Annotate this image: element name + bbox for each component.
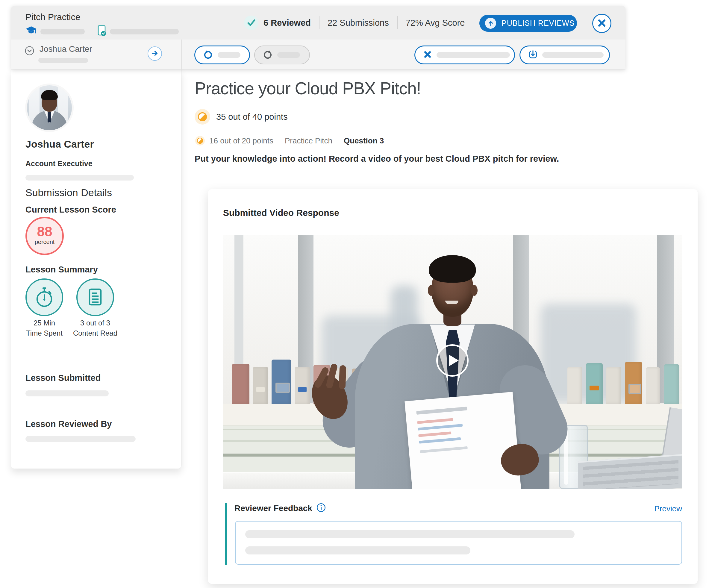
arrow-right-icon (151, 49, 159, 58)
document-icon (76, 278, 114, 316)
play-icon (449, 355, 459, 366)
window-header: Pitch Practice (11, 6, 626, 70)
card-title: Submitted Video Response (223, 208, 339, 218)
total-points-row: 35 out of 40 points (194, 109, 288, 125)
review-toolbar (182, 39, 626, 70)
total-points-label: 35 out of 40 points (216, 112, 288, 122)
placeholder-bar (245, 546, 470, 555)
lesson-submitted-label: Lesson Submitted (25, 373, 101, 383)
video-response-card: Submitted Video Response (208, 189, 698, 584)
check-icon (244, 16, 258, 30)
redo-button[interactable] (254, 46, 310, 64)
question-number: Question 3 (344, 136, 384, 145)
graduation-cap-icon (25, 26, 37, 37)
chevron-down-icon[interactable] (25, 46, 34, 57)
publish-reviews-label: PUBLISH REVIEWS (501, 19, 575, 28)
divider (397, 16, 398, 29)
undo-button[interactable] (194, 46, 250, 64)
stopwatch-icon (25, 278, 63, 316)
play-button[interactable] (436, 344, 469, 377)
publish-reviews-button[interactable]: PUBLISH REVIEWS (479, 15, 577, 32)
page: Pitch Practice (0, 0, 709, 588)
download-icon (528, 50, 538, 60)
submission-details-title: Submission Details (25, 187, 112, 198)
divider (338, 136, 338, 145)
profile-name: Joshua Carter (25, 138, 94, 150)
placeholder-bar (218, 52, 240, 58)
placeholder-bar (25, 391, 109, 396)
placeholder-bar (110, 29, 179, 34)
placeholder-bar (542, 52, 604, 58)
submissions-count: 22 Submissions (327, 18, 389, 28)
breadcrumb (25, 25, 179, 38)
placeholder-bar (245, 530, 575, 538)
score-value: 88 (27, 224, 62, 239)
question-prompt: Put your knowledge into action! Record a… (194, 154, 614, 164)
avatar (27, 85, 72, 130)
info-icon[interactable] (316, 503, 326, 513)
lesson-score-badge: 88 percent (25, 217, 64, 255)
document-check-icon (97, 25, 106, 38)
page-title: Pitch Practice (25, 12, 80, 22)
feedback-textbox[interactable] (235, 521, 682, 565)
placeholder-bar (38, 58, 88, 63)
lesson-reviewed-by-label: Lesson Reviewed By (25, 419, 112, 429)
undo-icon (203, 49, 213, 61)
feedback-header: Reviewer Feedback (234, 503, 326, 513)
feedback-accent-rule (225, 503, 227, 565)
question-meta-row: 16 out of 20 points Practice Pitch Quest… (195, 136, 384, 145)
mark-incorrect-button[interactable] (414, 46, 515, 64)
profile-role: Account Executive (25, 159, 93, 168)
review-stats: 6 Reviewed 22 Submissions 72% Avg Score (244, 6, 465, 39)
content-read-stat: 3 out of 3 Content Read (70, 318, 121, 338)
toolbar: Joshua Carter (11, 39, 626, 70)
score-pie-icon (194, 109, 210, 125)
lesson-summary-title: Lesson Summary (25, 265, 98, 274)
topbar: Pitch Practice (11, 6, 626, 40)
close-button[interactable] (592, 14, 611, 33)
time-spent-stat: 25 Min Time Spent (19, 318, 70, 338)
lesson-name: Practice Pitch (285, 136, 332, 145)
divider (279, 136, 279, 145)
feedback-label: Reviewer Feedback (234, 504, 312, 513)
current-lesson-score-label: Current Lesson Score (25, 205, 116, 215)
person-hair (429, 255, 476, 283)
pitch-paper (404, 392, 521, 489)
sidebar-header: Joshua Carter (11, 39, 182, 70)
video-player[interactable] (223, 235, 682, 489)
submission-sidebar: Joshua Carter Account Executive Submissi… (11, 70, 181, 469)
upload-icon (485, 18, 496, 29)
person-ear (428, 285, 435, 296)
placeholder-bar (25, 175, 134, 181)
lesson-title: Practice your Cloud PBX Pitch! (194, 78, 421, 98)
score-unit: percent (27, 239, 62, 245)
reviewed-count: 6 Reviewed (263, 18, 311, 28)
avg-score: 72% Avg Score (406, 18, 465, 28)
placeholder-bar (277, 52, 300, 58)
shelf-files-right (568, 362, 679, 404)
divider (319, 16, 319, 29)
placeholder-bar (437, 52, 510, 58)
divider (91, 25, 91, 38)
redo-icon (263, 49, 273, 61)
question-points: 16 out of 20 points (209, 136, 273, 145)
score-pie-icon (195, 136, 205, 145)
placeholder-bar (41, 29, 85, 34)
x-icon (423, 50, 432, 60)
person-finger (339, 365, 346, 390)
person-ear (471, 285, 477, 296)
preview-link[interactable]: Preview (655, 504, 682, 513)
person-smile (445, 301, 458, 304)
next-submission-button[interactable] (148, 46, 162, 61)
placeholder-bar (25, 436, 136, 442)
download-button[interactable] (520, 46, 610, 64)
submission-owner-name: Joshua Carter (40, 44, 92, 54)
close-icon (597, 18, 607, 29)
